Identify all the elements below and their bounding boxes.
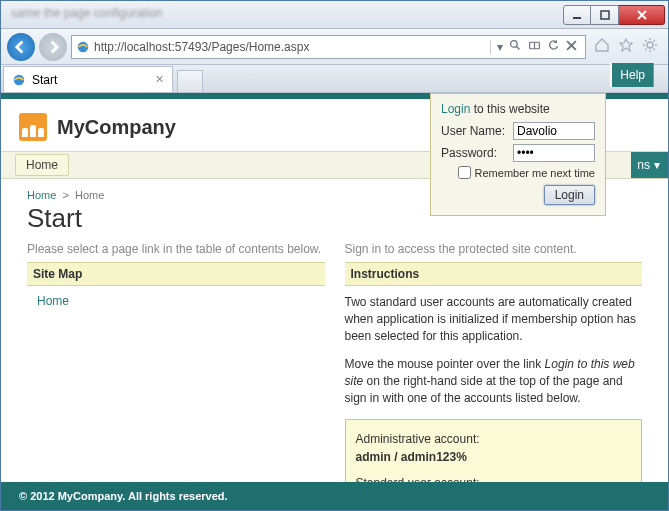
settings-fragment-label: ns [637, 158, 650, 172]
company-logo [19, 113, 47, 141]
window-caption-blur: same the page configuration [11, 6, 162, 20]
window-titlebar: same the page configuration [1, 1, 668, 29]
help-button[interactable]: Help [610, 63, 654, 87]
password-label: Password: [441, 146, 509, 160]
sitemap-header: Site Map [27, 262, 325, 286]
user-account-label: Standard user account: [356, 474, 632, 482]
address-bar-tools: ▾ [486, 39, 581, 55]
left-subtitle: Please select a page link in the table o… [27, 242, 325, 256]
tab-title: Start [32, 73, 57, 87]
admin-account-label: Administrative account: [356, 430, 632, 448]
window-buttons [563, 5, 665, 25]
app-viewport: Login to this website User Name: Passwor… [1, 93, 668, 510]
browser-tab-strip: Start ✕ [1, 65, 668, 93]
menu-home[interactable]: Home [15, 154, 69, 176]
svg-point-7 [647, 42, 653, 48]
url-input[interactable] [94, 40, 482, 54]
window-frame: same the page configuration ▾ [0, 0, 669, 511]
home-icon[interactable] [594, 37, 610, 56]
svg-line-4 [516, 46, 519, 49]
url-dropdown-icon[interactable]: ▾ [490, 40, 503, 54]
app-footer: © 2012 MyCompany. All rights reserved. [1, 482, 668, 510]
accounts-box: Administrative account: admin / admin123… [345, 419, 643, 482]
maximize-button[interactable] [591, 5, 619, 25]
username-input[interactable] [513, 122, 595, 140]
login-title-rest: to this website [470, 102, 549, 116]
right-column: Sign in to access the protected site con… [345, 242, 643, 482]
tab-close-icon[interactable]: ✕ [155, 73, 164, 86]
stop-icon[interactable] [566, 40, 577, 54]
tools-icon[interactable] [642, 37, 658, 56]
breadcrumb-current: Home [75, 189, 104, 201]
remember-label: Remember me next time [475, 167, 595, 179]
favorites-icon[interactable] [618, 37, 634, 56]
breadcrumb-root[interactable]: Home [27, 189, 56, 201]
svg-rect-1 [601, 11, 609, 19]
back-button[interactable] [7, 33, 35, 61]
admin-account-creds: admin / admin123% [356, 450, 467, 464]
company-name: MyCompany [57, 116, 176, 139]
ie-icon [76, 40, 90, 54]
minimize-button[interactable] [563, 5, 591, 25]
svg-point-3 [511, 40, 518, 47]
close-button[interactable] [619, 5, 665, 25]
svg-rect-0 [573, 17, 581, 19]
new-tab-button[interactable] [177, 70, 203, 92]
login-panel: Login to this website User Name: Passwor… [430, 93, 606, 216]
instructions-p2: Move the mouse pointer over the link Log… [345, 356, 643, 406]
sitemap-item[interactable]: Home [27, 294, 325, 308]
login-button[interactable]: Login [544, 185, 595, 205]
chevron-down-icon: ▾ [654, 158, 660, 172]
left-column: Please select a page link in the table o… [27, 242, 325, 482]
page-content: Home > Home Start Please select a page l… [1, 179, 668, 482]
login-title: Login to this website [441, 102, 595, 116]
browser-tool-icons [590, 37, 662, 56]
instructions-header: Instructions [345, 262, 643, 286]
remember-checkbox[interactable] [458, 166, 471, 179]
instructions-p1: Two standard user accounts are automatic… [345, 294, 643, 344]
password-input[interactable] [513, 144, 595, 162]
breadcrumb-sep: > [62, 189, 68, 201]
ie-icon [12, 73, 26, 87]
right-subtitle: Sign in to access the protected site con… [345, 242, 643, 256]
forward-button[interactable] [39, 33, 67, 61]
username-label: User Name: [441, 124, 509, 138]
browser-nav-bar: ▾ [1, 29, 668, 65]
compat-view-icon[interactable] [528, 39, 541, 55]
address-bar[interactable]: ▾ [71, 35, 586, 59]
settings-menu-fragment[interactable]: ns ▾ [631, 152, 668, 178]
search-icon[interactable] [509, 39, 522, 55]
refresh-icon[interactable] [547, 39, 560, 55]
login-link[interactable]: Login [441, 102, 470, 116]
browser-tab[interactable]: Start ✕ [3, 66, 173, 92]
